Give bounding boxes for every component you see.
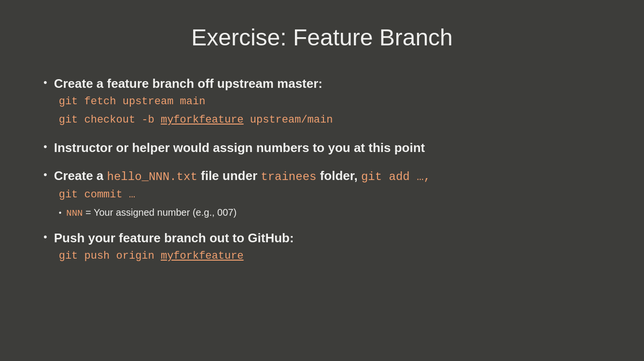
bullet-dot-2: • — [43, 140, 47, 153]
bullet-text-4: Push your feature branch out to GitHub: — [54, 229, 610, 247]
bullet-3-text-before: Create a — [54, 168, 107, 183]
bullet-4-code-line-1: git push origin myforkfeature — [54, 248, 610, 264]
nnn-mono: NNN — [66, 208, 83, 219]
bullet-dot-4: • — [43, 231, 47, 243]
bullet-1-code-line-2: git checkout -b myforkfeature upstream/m… — [54, 111, 610, 128]
bullet-item-3: • Create a hello_NNN.txt file under trai… — [43, 167, 610, 219]
bullet-text-2: Instructor or helper would assign number… — [54, 139, 610, 156]
bullet-text-1: Create a feature branch off upstream mas… — [54, 75, 610, 92]
bullet-3-mono-2: trainees — [261, 170, 316, 183]
bullet-content-3: Create a hello_NNN.txt file under traine… — [54, 167, 610, 219]
bullet-3-code-line-1: git commit … — [54, 186, 610, 203]
slide-title: Exercise: Feature Branch — [34, 24, 610, 51]
bullet-content-2: Instructor or helper would assign number… — [54, 139, 610, 156]
bullet-content-1: Create a feature branch off upstream mas… — [54, 75, 610, 128]
bullet-3-text-between: file under — [197, 168, 261, 183]
bullet-text-3: Create a hello_NNN.txt file under traine… — [54, 167, 610, 185]
bullet-item-1: • Create a feature branch off upstream m… — [43, 75, 610, 128]
sub-bullet-1: • NNN = Your assigned number (e.g., 007) — [54, 207, 610, 219]
myforkfeature-1: myforkfeature — [161, 114, 244, 126]
slide: Exercise: Feature Branch • Create a feat… — [0, 0, 644, 361]
bullet-content-4: Push your feature branch out to GitHub: … — [54, 229, 610, 265]
myforkfeature-2: myforkfeature — [161, 250, 244, 262]
sub-bullet-dot-1: • — [59, 208, 62, 217]
bullet-3-mono-3: git add …, — [361, 170, 431, 183]
content-area: • Create a feature branch off upstream m… — [34, 75, 610, 265]
bullet-2-label: Instructor or helper would assign number… — [54, 140, 425, 155]
bullet-dot-1: • — [43, 76, 47, 89]
bullet-dot-3: • — [43, 168, 47, 181]
sub-bullet-text-1: NNN = Your assigned number (e.g., 007) — [66, 207, 237, 219]
bullet-item-2: • Instructor or helper would assign numb… — [43, 139, 610, 156]
bullet-1-code-line-1: git fetch upstream main — [54, 93, 610, 110]
bullet-3-text-after: folder, — [316, 168, 361, 183]
bullet-item-4: • Push your feature branch out to GitHub… — [43, 229, 610, 265]
bullet-1-label: Create a feature branch off upstream mas… — [54, 76, 322, 91]
bullet-3-mono-1: hello_NNN.txt — [107, 170, 197, 183]
bullet-4-label: Push your feature branch out to GitHub: — [54, 231, 294, 245]
